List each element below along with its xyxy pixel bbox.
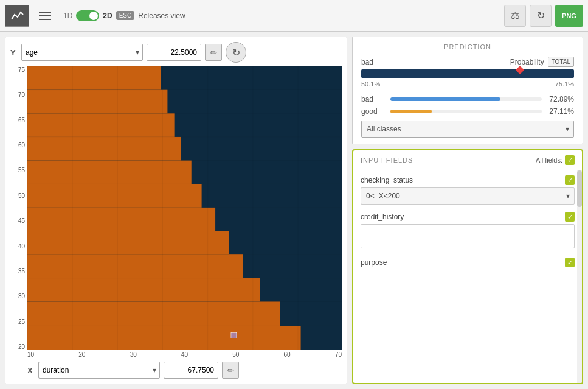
all-fields-label: All fields: ✓ <box>536 155 575 165</box>
checking-status-label: checking_status <box>361 176 413 184</box>
class-bad-bar <box>390 97 500 101</box>
purpose-checkbox[interactable]: ✓ <box>565 258 575 267</box>
class-bad-pct: 72.89% <box>547 95 574 103</box>
field-credit-history: credit_history ✓ <box>361 212 575 250</box>
chart-area: 75 70 65 60 55 50 45 40 35 30 25 20 <box>10 66 342 350</box>
menu-button[interactable] <box>34 5 56 27</box>
svg-rect-7 <box>27 208 215 231</box>
prediction-panel: PREDICTION bad Probability TOTAL 50.1% 7… <box>352 37 583 144</box>
heatmap-plot <box>27 66 342 350</box>
class-good-label: good <box>361 107 386 116</box>
field-credit-history-header: credit_history ✓ <box>361 212 575 222</box>
main-content: Y age duration credit_amount ✏ ↻ 75 70 <box>0 32 588 389</box>
svg-rect-6 <box>27 184 202 208</box>
y-axis-label: Y <box>10 48 18 57</box>
field-purpose: purpose ✓ <box>361 258 575 267</box>
classes-dropdown-wrapper: All classes bad good <box>361 121 574 138</box>
y-axis-labels: 75 70 65 60 55 50 45 40 35 30 25 20 <box>10 66 27 350</box>
class-bad-bar-container <box>390 97 542 101</box>
classes-dropdown[interactable]: All classes bad good <box>361 121 574 138</box>
input-fields-panel: INPUT FIELDS All fields: ✓ checking_stat… <box>352 149 583 384</box>
y-axis-refresh-button[interactable]: ↻ <box>226 42 246 63</box>
balance-button[interactable]: ⚖ <box>504 5 526 27</box>
dim-toggle[interactable] <box>76 10 99 21</box>
total-button[interactable]: TOTAL <box>548 57 574 67</box>
class-good-bar <box>390 110 432 113</box>
all-fields-checkbox[interactable]: ✓ <box>565 155 575 165</box>
y-axis-select[interactable]: age duration credit_amount <box>21 44 143 61</box>
x-axis-select[interactable]: duration age credit_amount <box>38 362 160 379</box>
class-bad-label: bad <box>361 95 386 103</box>
toolbar: 1D 2D ESC Releases view ⚖ ↻ PNG <box>0 0 588 32</box>
x-axis-value-input[interactable] <box>164 362 218 379</box>
probability-bar-bg <box>361 69 574 78</box>
svg-rect-8 <box>27 231 229 255</box>
field-purpose-header: purpose ✓ <box>361 258 575 267</box>
input-fields-title: INPUT FIELDS <box>361 156 413 164</box>
x-axis-controls: X duration age credit_amount ✏ <box>10 362 342 379</box>
x-axis-section: 10 20 30 40 50 60 70 X duration age cred… <box>10 350 342 379</box>
class-row-good: good 27.11% <box>361 107 574 116</box>
svg-rect-4 <box>27 137 181 161</box>
checking-status-select[interactable]: 0<=X<200 <0 >=200 no checking <box>361 187 575 205</box>
svg-rect-1 <box>27 66 161 90</box>
credit-history-checkbox[interactable]: ✓ <box>565 212 575 222</box>
field-checking-status: checking_status ✓ 0<=X<200 <0 >=200 no c… <box>361 175 575 205</box>
y-axis-select-wrapper: age duration credit_amount <box>21 44 143 61</box>
dim-2d-label: 2D <box>103 12 112 20</box>
prediction-header: bad Probability TOTAL <box>361 57 574 67</box>
svg-rect-10 <box>27 278 260 302</box>
credit-history-textarea[interactable] <box>361 224 575 248</box>
class-good-bar-container <box>390 110 542 113</box>
refresh-button[interactable]: ↻ <box>530 5 552 27</box>
field-checking-status-header: checking_status ✓ <box>361 175 575 185</box>
svg-rect-9 <box>27 254 243 278</box>
png-export-button[interactable]: PNG <box>555 5 583 27</box>
svg-rect-32 <box>231 333 237 338</box>
scrollbar-thumb[interactable] <box>577 170 582 207</box>
input-fields-body: checking_status ✓ 0<=X<200 <0 >=200 no c… <box>353 170 582 383</box>
prediction-main-label: bad <box>361 58 373 66</box>
y-axis-controls: Y age duration credit_amount ✏ ↻ <box>10 42 342 63</box>
probability-range: 50.1% 75.1% <box>361 80 574 88</box>
heatmap-svg <box>27 66 342 350</box>
app-logo[interactable] <box>5 5 29 27</box>
dim-1d-label: 1D <box>63 12 72 20</box>
checking-status-checkbox[interactable]: ✓ <box>565 175 575 185</box>
releases-view-label: Releases view <box>138 12 185 20</box>
x-axis-select-wrapper: duration age credit_amount <box>38 362 160 379</box>
chart-panel: Y age duration credit_amount ✏ ↻ 75 70 <box>5 37 347 384</box>
class-row-bad: bad 72.89% <box>361 95 574 103</box>
y-axis-value-input[interactable] <box>147 44 201 61</box>
svg-rect-11 <box>27 301 280 326</box>
x-axis-labels: 10 20 30 40 50 60 70 <box>10 350 342 359</box>
class-good-pct: 27.11% <box>547 107 574 116</box>
probability-label: Probability <box>510 58 544 66</box>
scrollbar-track[interactable] <box>577 170 582 383</box>
prediction-title: PREDICTION <box>361 43 574 51</box>
svg-rect-12 <box>27 326 301 350</box>
credit-history-label: credit_history <box>361 212 404 221</box>
toolbar-right-actions: ⚖ ↻ PNG <box>504 5 583 27</box>
prob-range-max: 75.1% <box>555 80 574 88</box>
purpose-label: purpose <box>361 258 387 267</box>
probability-bar-container <box>361 69 574 78</box>
y-axis-edit-button[interactable]: ✏ <box>205 44 222 61</box>
svg-rect-2 <box>27 90 167 114</box>
svg-rect-5 <box>27 161 192 184</box>
x-axis-label: X <box>27 366 35 375</box>
checking-status-select-wrapper: 0<=X<200 <0 >=200 no checking <box>361 187 575 205</box>
esc-badge: ESC <box>116 11 135 20</box>
input-fields-header: INPUT FIELDS All fields: ✓ <box>353 150 582 170</box>
right-panel: PREDICTION bad Probability TOTAL 50.1% 7… <box>352 37 583 384</box>
svg-rect-3 <box>27 113 175 137</box>
prob-range-min: 50.1% <box>361 80 380 88</box>
x-axis-edit-button[interactable]: ✏ <box>222 362 239 379</box>
dimension-controls: 1D 2D ESC Releases view <box>63 10 185 21</box>
